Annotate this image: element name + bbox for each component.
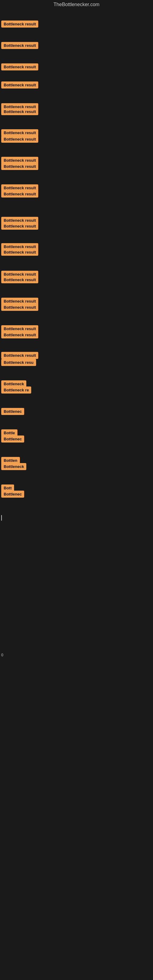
bottleneck-item-26: Bottleneck re: [1, 387, 31, 395]
bottleneck-item-3: Bottleneck result: [1, 64, 38, 72]
bottleneck-badge[interactable]: Bottleneck result: [1, 42, 38, 49]
bottleneck-badge[interactable]: Bottleneck result: [1, 331, 38, 339]
footer-char: 0: [1, 653, 3, 657]
bottleneck-item-27: Bottlenec: [1, 408, 24, 416]
bottleneck-item-14: Bottleneck result: [1, 223, 38, 231]
bottleneck-badge[interactable]: Bottleneck re: [1, 387, 31, 393]
bottleneck-badge[interactable]: Bottlenec: [1, 436, 24, 442]
bottleneck-item-2: Bottleneck result: [1, 42, 38, 50]
bottleneck-item-24: Bottleneck resu: [1, 359, 36, 367]
items-container: Bottleneck resultBottleneck resultBottle…: [0, 10, 153, 959]
bottleneck-badge[interactable]: Bottleneck result: [1, 108, 38, 115]
bottleneck-item-1: Bottleneck result: [1, 21, 38, 29]
bottleneck-badge[interactable]: Bottleneck: [1, 463, 26, 470]
bottleneck-item-31: Bottleneck: [1, 463, 26, 471]
bottleneck-item-20: Bottleneck result: [1, 304, 38, 312]
bottleneck-badge[interactable]: Bottleneck result: [1, 64, 38, 70]
bottleneck-badge[interactable]: Bottleneck result: [1, 276, 38, 283]
bottleneck-badge[interactable]: Bottleneck result: [1, 191, 38, 197]
bottleneck-badge[interactable]: Bottleneck result: [1, 163, 38, 170]
bottleneck-badge[interactable]: Bottlenec: [1, 408, 24, 415]
text-cursor: [1, 515, 2, 520]
bottleneck-badge[interactable]: Bottleneck resu: [1, 359, 36, 366]
bottleneck-badge[interactable]: Bottleneck result: [1, 81, 38, 89]
bottleneck-item-12: Bottleneck result: [1, 191, 38, 199]
bottleneck-item-8: Bottleneck result: [1, 136, 38, 144]
bottleneck-item-16: Bottleneck result: [1, 249, 38, 257]
bottleneck-item-22: Bottleneck result: [1, 331, 38, 340]
bottleneck-badge[interactable]: Bottlenec: [1, 491, 24, 498]
page-wrapper: TheBottlenecker.com Bottleneck resultBot…: [0, 0, 153, 980]
bottleneck-item-10: Bottleneck result: [1, 163, 38, 171]
bottleneck-badge[interactable]: Bottleneck result: [1, 136, 38, 143]
site-title: TheBottlenecker.com: [0, 0, 153, 10]
bottleneck-badge[interactable]: Bottleneck result: [1, 352, 38, 359]
bottleneck-badge[interactable]: Bottleneck result: [1, 129, 38, 136]
bottleneck-badge[interactable]: Bottleneck result: [1, 304, 38, 311]
bottleneck-item-33: Bottlenec: [1, 491, 24, 499]
bottleneck-item-18: Bottleneck result: [1, 276, 38, 285]
bottleneck-item-6: Bottleneck result: [1, 108, 38, 116]
bottleneck-item-29: Bottlenec: [1, 436, 24, 444]
bottleneck-badge[interactable]: Bottleneck result: [1, 223, 38, 230]
bottleneck-item-4: Bottleneck result: [1, 81, 38, 90]
bottleneck-badge[interactable]: Bottleneck result: [1, 21, 38, 27]
bottleneck-badge[interactable]: Bottleneck result: [1, 249, 38, 256]
